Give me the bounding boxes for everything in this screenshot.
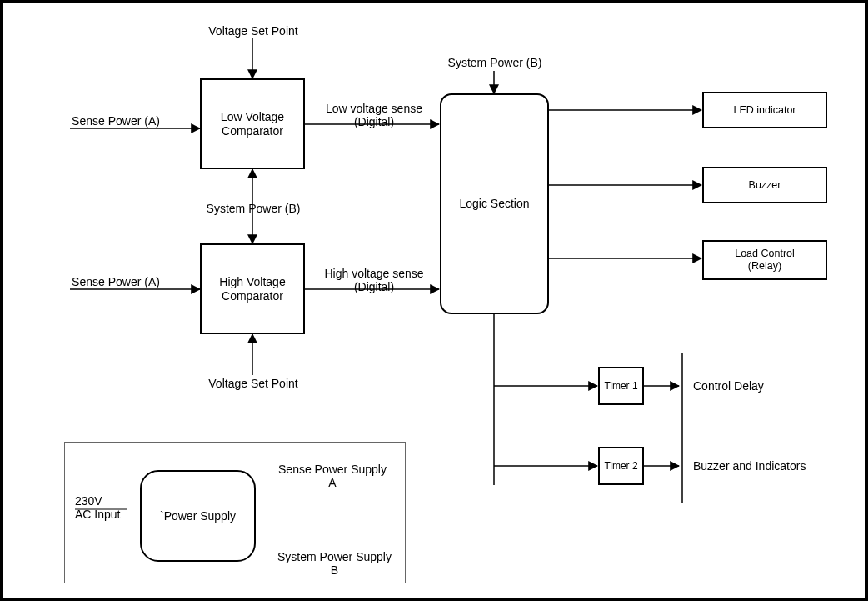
block-label: Logic Section bbox=[459, 197, 529, 211]
label-voltage-set-point-bottom: Voltage Set Point bbox=[178, 377, 328, 390]
block-load-control: Load Control (Relay) bbox=[702, 240, 827, 280]
block-timer-1: Timer 1 bbox=[598, 367, 644, 405]
label-sense-power-a-2: Sense Power (A) bbox=[62, 275, 170, 288]
label-low-voltage-sense: Low voltage sense (Digital) bbox=[312, 102, 436, 128]
label-system-power-b-mid: System Power (B) bbox=[191, 202, 316, 215]
block-label: `Power Supply bbox=[160, 509, 236, 523]
block-label: Timer 1 bbox=[604, 380, 637, 392]
block-logic-section: Logic Section bbox=[440, 93, 549, 314]
block-high-voltage-comparator: High Voltage Comparator bbox=[200, 243, 305, 334]
label-voltage-set-point-top: Voltage Set Point bbox=[178, 24, 328, 38]
label-high-voltage-sense: High voltage sense (Digital) bbox=[312, 267, 436, 293]
block-label: High Voltage Comparator bbox=[219, 275, 285, 303]
label-system-power-b-top: System Power (B) bbox=[436, 56, 553, 69]
label-control-delay: Control Delay bbox=[693, 379, 764, 393]
label-sense-power-a-1: Sense Power (A) bbox=[62, 114, 170, 128]
block-timer-2: Timer 2 bbox=[598, 447, 644, 485]
block-label: Load Control (Relay) bbox=[735, 248, 795, 273]
diagram-canvas: Voltage Set Point System Power (B) Low V… bbox=[0, 0, 868, 601]
block-power-supply: `Power Supply bbox=[140, 470, 256, 562]
label-230v-ac-input: 230V AC Input bbox=[75, 494, 133, 521]
block-low-voltage-comparator: Low Voltage Comparator bbox=[200, 78, 305, 169]
label-system-power-supply-b: System Power Supply B bbox=[266, 550, 403, 577]
block-led-indicator: LED indicator bbox=[702, 92, 827, 128]
label-buzzer-indicators: Buzzer and Indicators bbox=[693, 459, 806, 473]
block-label: Buzzer bbox=[749, 179, 781, 192]
block-buzzer: Buzzer bbox=[702, 167, 827, 203]
label-sense-power-supply-a: Sense Power Supply A bbox=[266, 463, 399, 489]
block-label: LED indicator bbox=[733, 104, 796, 117]
block-label: Timer 2 bbox=[604, 460, 637, 472]
block-label: Low Voltage Comparator bbox=[221, 110, 284, 138]
